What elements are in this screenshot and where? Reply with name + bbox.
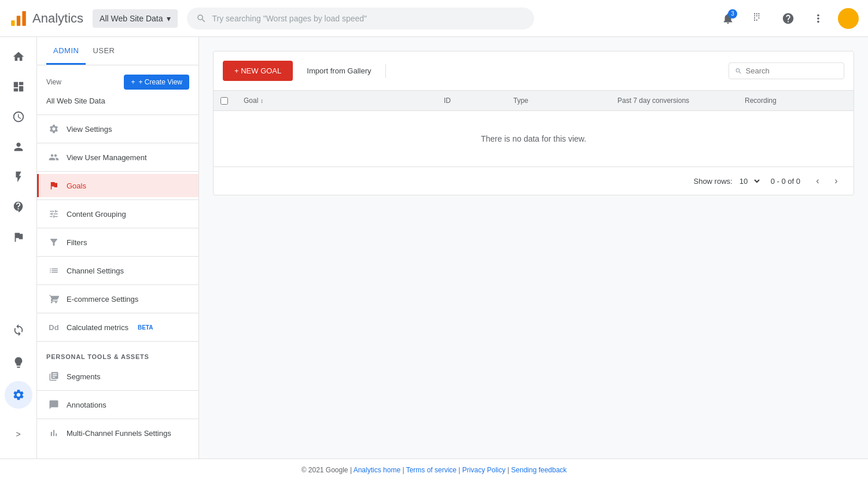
bar-chart-icon: [48, 427, 60, 439]
create-view-button[interactable]: + + Create View: [124, 75, 189, 90]
footer-link-analytics-home[interactable]: Analytics home: [354, 466, 400, 474]
menu-item-user-mgmt-label: View User Management: [67, 153, 147, 162]
separator: [37, 143, 198, 143]
menu-item-segments-label: Segments: [67, 372, 101, 381]
settings-icon: [48, 123, 60, 135]
global-search-bar[interactable]: Try searching "Worst pages by load speed…: [187, 8, 534, 29]
svg-rect-1: [17, 16, 20, 26]
chat-icon: [48, 399, 60, 410]
menu-item-goals[interactable]: Goals: [37, 174, 198, 197]
property-selector[interactable]: All Web Site Data ▾: [93, 9, 177, 28]
separator: [37, 341, 198, 342]
next-page-button[interactable]: ›: [828, 173, 844, 189]
main-content: + NEW GOAL Import from Gallery Goal ↕: [199, 37, 868, 458]
menu-item-calculated-metrics-label: Calculated metrics: [67, 323, 128, 332]
separator: [37, 199, 198, 200]
sidebar-icon-solutions[interactable]: [5, 349, 32, 376]
sidebar-icon-intelligence[interactable]: [5, 316, 32, 344]
select-all-checkbox[interactable]: [220, 97, 228, 105]
search-icon: [196, 13, 207, 24]
segments-icon: [48, 371, 60, 382]
main-layout: > ADMIN USER View + + Create View All We…: [0, 37, 868, 458]
footer-link-terms[interactable]: Terms of service: [406, 466, 457, 474]
separator: [37, 284, 198, 285]
svg-rect-2: [22, 11, 25, 26]
beta-badge: BETA: [138, 324, 153, 331]
view-label: View: [46, 78, 61, 86]
chevron-down-icon: ▾: [167, 14, 171, 23]
separator: [37, 228, 198, 228]
col-goal[interactable]: Goal ↕: [237, 91, 437, 110]
sidebar-expand-button[interactable]: >: [5, 420, 32, 448]
menu-item-multi-channel[interactable]: Multi-Channel Funnels Settings: [37, 421, 198, 445]
rows-per-page-select[interactable]: 10 25 50 100: [737, 176, 762, 186]
footer-link-privacy[interactable]: Privacy Policy: [462, 466, 506, 474]
filter-icon: [48, 236, 60, 248]
empty-state-message: There is no data for this view.: [214, 111, 854, 166]
rows-selector: Show rows: 10 25 50 100: [693, 176, 761, 186]
sidebar-icon-reports[interactable]: [5, 103, 32, 131]
left-sidebar: >: [0, 37, 37, 458]
plus-icon: +: [131, 78, 135, 86]
col-type[interactable]: Type: [506, 91, 610, 110]
sidebar-icon-home[interactable]: [5, 43, 32, 71]
col-id[interactable]: ID: [437, 91, 506, 110]
apps-button[interactable]: [748, 8, 768, 29]
footer-copyright: © 2021 Google: [301, 466, 348, 474]
menu-item-content-grouping-label: Content Grouping: [67, 210, 126, 219]
property-selector-label: All Web Site Data: [100, 14, 163, 23]
current-view-name: All Web Site Data: [37, 94, 198, 112]
menu-item-filters[interactable]: Filters: [37, 231, 198, 254]
menu-item-view-settings[interactable]: View Settings: [37, 117, 198, 140]
analytics-logo-icon: [9, 9, 28, 28]
admin-tabs: ADMIN USER: [37, 37, 198, 65]
tab-user[interactable]: USER: [86, 37, 122, 65]
menu-item-annotations[interactable]: Annotations: [37, 393, 198, 416]
top-navigation: Analytics All Web Site Data ▾ Try search…: [0, 0, 868, 37]
menu-item-channel-settings-label: Channel Settings: [67, 267, 124, 275]
menu-item-annotations-label: Annotations: [67, 401, 106, 409]
menu-item-channel-settings[interactable]: Channel Settings: [37, 259, 198, 282]
menu-item-filters-label: Filters: [67, 238, 87, 247]
tune-icon: [48, 208, 60, 220]
separator: [37, 114, 198, 115]
help-button[interactable]: [778, 8, 799, 29]
app-title: Analytics: [32, 11, 83, 26]
sidebar-icon-admin[interactable]: [5, 381, 32, 409]
footer-link-feedback[interactable]: Sending feedback: [511, 466, 567, 474]
sidebar-icon-behavior[interactable]: [5, 193, 32, 221]
sort-icon: ↕: [260, 98, 263, 104]
col-recording[interactable]: Recording: [738, 91, 854, 110]
toolbar-divider: [385, 64, 386, 78]
menu-item-ecommerce-label: E-commerce Settings: [67, 295, 138, 304]
pagination-info: 0 - 0 of 0: [771, 177, 800, 186]
sidebar-icon-conversions[interactable]: [5, 223, 32, 251]
sidebar-icon-audience[interactable]: [5, 133, 32, 161]
show-rows-label: Show rows:: [693, 177, 732, 186]
prev-page-button[interactable]: ‹: [810, 173, 826, 189]
table-header: Goal ↕ ID Type Past 7 day conversions Re…: [214, 91, 854, 111]
import-from-gallery-button[interactable]: Import from Gallery: [297, 61, 380, 81]
menu-item-multi-channel-label: Multi-Channel Funnels Settings: [67, 429, 171, 438]
sidebar-icon-acquisition[interactable]: [5, 163, 32, 191]
notifications-button[interactable]: 3: [718, 8, 738, 29]
menu-item-calculated-metrics[interactable]: Dd Calculated metrics BETA: [37, 316, 198, 339]
menu-item-content-grouping[interactable]: Content Grouping: [37, 202, 198, 225]
separator: [37, 256, 198, 257]
sidebar-icon-dashboards[interactable]: [5, 73, 32, 101]
goals-search-field[interactable]: [729, 62, 844, 79]
menu-item-view-settings-label: View Settings: [67, 125, 112, 134]
menu-item-ecommerce[interactable]: E-commerce Settings: [37, 287, 198, 310]
separator: [37, 171, 198, 172]
more-options-button[interactable]: [808, 8, 829, 29]
new-goal-button[interactable]: + NEW GOAL: [223, 61, 293, 81]
goals-search-input[interactable]: [746, 66, 838, 75]
list-icon: [48, 265, 60, 276]
tab-admin[interactable]: ADMIN: [46, 37, 86, 65]
people-icon: [48, 151, 60, 163]
col-past7-conversions[interactable]: Past 7 day conversions: [610, 91, 738, 110]
menu-item-user-management[interactable]: View User Management: [37, 146, 198, 169]
view-header: View + + Create View: [37, 65, 198, 94]
menu-item-segments[interactable]: Segments: [37, 365, 198, 388]
avatar[interactable]: [838, 8, 859, 29]
